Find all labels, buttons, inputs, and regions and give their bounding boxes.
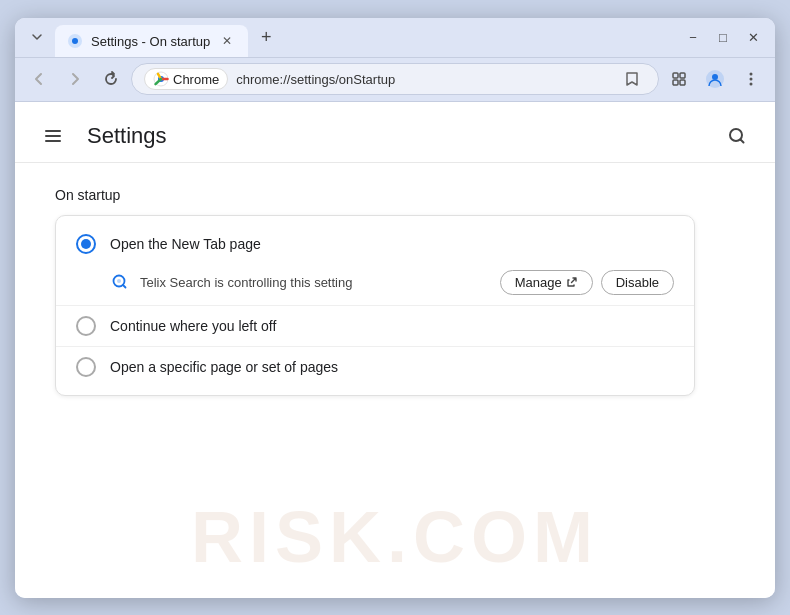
maximize-button[interactable]: □ [709,23,737,51]
option-new-tab-label: Open the New Tab page [110,236,674,252]
reload-button[interactable] [95,63,127,95]
svg-point-17 [117,279,121,283]
settings-header: Settings [15,102,775,163]
disable-button[interactable]: Disable [601,270,674,295]
chrome-logo-icon [153,71,169,87]
svg-rect-14 [45,140,61,142]
settings-body: On startup Open the New Tab page [15,163,775,420]
external-link-icon [566,276,578,288]
radio-continue[interactable] [76,316,96,336]
page-content: Settings On startup Open the New Tab pag… [15,102,775,598]
extension-actions: Manage Disable [500,270,674,295]
forward-button[interactable] [59,63,91,95]
tab-favicon-icon [67,33,83,49]
page-title: Settings [87,123,167,149]
option-continue-label: Continue where you left off [110,318,674,334]
search-icon [727,126,747,146]
chrome-menu-button[interactable] [735,63,767,95]
startup-options-card: Open the New Tab page Telix Search is co… [55,215,695,396]
back-button[interactable] [23,63,55,95]
window-controls: − □ ✕ [679,23,767,51]
extension-search-icon [110,272,130,292]
browser-window: Settings - On startup ✕ + − □ ✕ [15,18,775,598]
new-tab-button[interactable]: + [252,23,280,51]
address-bar-icons [618,65,646,93]
profile-button[interactable] [699,63,731,95]
tab-dropdown-button[interactable] [23,23,51,51]
radio-specific[interactable] [76,357,96,377]
close-button[interactable]: ✕ [739,23,767,51]
extension-label: Telix Search is controlling this setting [140,275,490,290]
address-url: chrome://settings/onStartup [236,72,610,87]
extensions-button[interactable] [663,63,695,95]
svg-point-9 [750,73,753,76]
svg-rect-13 [45,135,61,137]
toolbar-right [663,63,767,95]
sidebar-toggle-button[interactable] [35,118,71,154]
chrome-badge: Chrome [144,68,228,90]
extension-control-row: Telix Search is controlling this setting… [56,264,694,305]
bookmark-button[interactable] [618,65,646,93]
svg-rect-12 [45,130,61,132]
settings-title-area: Settings [35,118,167,154]
svg-point-10 [750,78,753,81]
option-specific-row[interactable]: Open a specific page or set of pages [56,347,694,387]
svg-rect-3 [673,73,678,78]
hamburger-icon [43,126,63,146]
settings-search-button[interactable] [719,118,755,154]
option-continue-row[interactable]: Continue where you left off [56,306,694,346]
address-bar[interactable]: Chrome chrome://settings/onStartup [131,63,659,95]
option-specific-label: Open a specific page or set of pages [110,359,674,375]
svg-rect-5 [673,80,678,85]
tab-title: Settings - On startup [91,34,210,49]
section-title: On startup [55,187,735,203]
svg-rect-4 [680,73,685,78]
title-bar: Settings - On startup ✕ + − □ ✕ [15,18,775,58]
minimize-button[interactable]: − [679,23,707,51]
chrome-brand-label: Chrome [173,72,219,87]
svg-point-8 [712,74,718,80]
tab-close-button[interactable]: ✕ [218,32,236,50]
option-new-tab-row[interactable]: Open the New Tab page [56,224,694,264]
radio-new-tab[interactable] [76,234,96,254]
toolbar: Chrome chrome://settings/onStartup [15,58,775,102]
svg-rect-6 [680,80,685,85]
active-tab[interactable]: Settings - On startup ✕ [55,25,248,57]
manage-button[interactable]: Manage [500,270,593,295]
svg-point-11 [750,83,753,86]
watermark: RISK.COM [191,496,599,578]
